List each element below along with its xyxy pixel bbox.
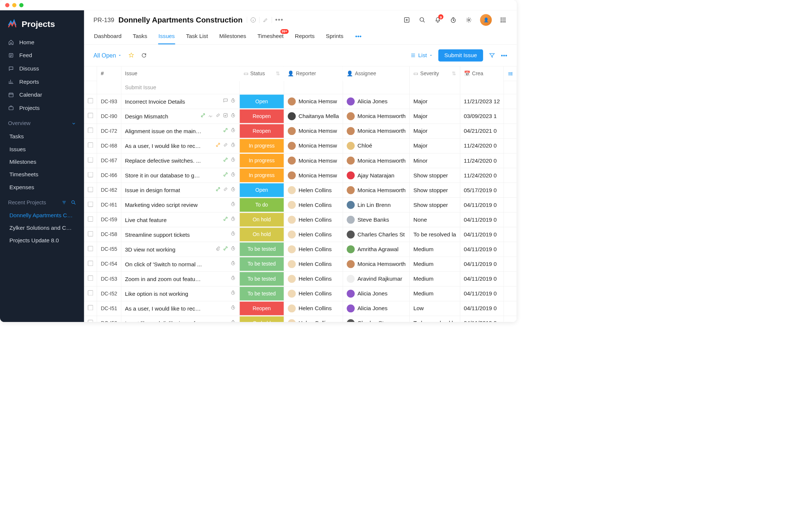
row-checkbox[interactable] xyxy=(88,143,93,148)
window-maximize[interactable] xyxy=(19,3,23,7)
issue-row[interactable]: DC-I54On click of 'Switch to normal ...T… xyxy=(84,257,517,271)
tab-milestones[interactable]: Milestones xyxy=(219,31,247,45)
row-checkbox[interactable] xyxy=(88,320,93,322)
reporter[interactable]: Helen Collins xyxy=(288,216,339,224)
tab-timesheet[interactable]: Timesheet99+ xyxy=(257,31,284,45)
assignee[interactable]: Charles Charles St xyxy=(347,231,406,239)
assignee[interactable]: Alicia Jones xyxy=(347,98,406,106)
col-settings[interactable] xyxy=(504,66,517,81)
issue-title[interactable]: As a user, I would like to receiv... xyxy=(125,305,202,312)
reporter[interactable]: Helen Collins xyxy=(288,186,339,194)
reporter[interactable]: Helen Collins xyxy=(288,246,339,254)
row-checkbox[interactable] xyxy=(88,202,93,207)
reporter[interactable]: Helen Collins xyxy=(288,305,339,313)
status-badge[interactable]: In progress xyxy=(240,139,283,153)
issue-title[interactable]: Design Mismatch xyxy=(125,113,168,120)
col-severity[interactable]: ▭Severity⇅ xyxy=(409,66,460,81)
issue-title[interactable]: Alignment issue on the main p... xyxy=(125,128,202,135)
nav-discuss[interactable]: Discuss xyxy=(0,62,84,75)
issue-row[interactable]: DC-I62Issue in design formatOpenHelen Co… xyxy=(84,183,517,198)
assignee[interactable]: Monica Hemsworth xyxy=(347,186,406,194)
status-badge[interactable]: Reopen xyxy=(240,302,283,315)
tab-tasks[interactable]: Tasks xyxy=(133,31,148,45)
issue-row[interactable]: DC-I93Incorrect Invoice DetailsOpenMonic… xyxy=(84,94,517,109)
issue-title[interactable]: Insert like and dislike icons for ... xyxy=(125,320,202,322)
issue-title[interactable]: On click of 'Switch to normal ... xyxy=(125,261,202,268)
assignee[interactable]: Charles Stones xyxy=(347,319,406,322)
row-checkbox[interactable] xyxy=(88,291,93,296)
assignee[interactable]: Amritha Agrawal xyxy=(347,246,406,254)
row-checkbox[interactable] xyxy=(88,305,93,311)
status-badge[interactable]: On hold xyxy=(240,316,283,322)
nav-reports[interactable]: Reports xyxy=(0,75,84,89)
tab-reports[interactable]: Reports xyxy=(295,31,315,45)
overview-item-tasks[interactable]: Tasks xyxy=(0,130,84,143)
status-badge[interactable]: On hold xyxy=(240,228,283,242)
row-checkbox[interactable] xyxy=(88,246,93,251)
status-badge[interactable]: Reopen xyxy=(240,110,283,123)
col-created[interactable]: 📅Crea xyxy=(460,66,504,81)
issue-row[interactable]: DC-I50Insert like and dislike icons for … xyxy=(84,316,517,322)
refresh-button[interactable] xyxy=(141,52,147,59)
col-status[interactable]: ▭Status⇅ xyxy=(240,66,284,81)
filter-button[interactable] xyxy=(489,52,495,59)
search-button[interactable] xyxy=(418,16,427,24)
issue-title[interactable]: Zoom in and zoom out features. xyxy=(125,276,202,283)
col-reporter[interactable]: 👤Reporter xyxy=(284,66,343,81)
issue-row[interactable]: DC-I72Alignment issue on the main p...Re… xyxy=(84,124,517,139)
issue-row[interactable]: DC-I58Streamline support ticketsOn holdH… xyxy=(84,227,517,242)
status-badge[interactable]: To be tested xyxy=(240,287,283,301)
issue-title[interactable]: Like option is not working xyxy=(125,291,188,297)
row-checkbox[interactable] xyxy=(88,128,93,133)
issue-title[interactable]: Store it in our database to gen... xyxy=(125,173,202,179)
assignee[interactable]: Alicia Jones xyxy=(347,290,406,298)
filter-icon[interactable] xyxy=(62,200,67,205)
status-badge[interactable]: In progress xyxy=(240,154,283,167)
reporter[interactable]: Chaitanya Mella xyxy=(288,112,339,121)
row-checkbox[interactable] xyxy=(88,187,93,192)
issue-row[interactable]: DC-I51As a user, I would like to receiv.… xyxy=(84,301,517,316)
row-checkbox[interactable] xyxy=(88,231,93,236)
assignee[interactable]: Monica Hemsworth xyxy=(347,260,406,268)
status-badge[interactable]: To be tested xyxy=(240,257,283,271)
assignee[interactable]: Steve Banks xyxy=(347,216,406,224)
recent-project-item[interactable]: Donnelly Apartments Cons xyxy=(0,209,84,221)
search-icon[interactable] xyxy=(71,200,76,205)
recent-project-item[interactable]: Zylker Solutions and Constr xyxy=(0,222,84,234)
apps-button[interactable] xyxy=(499,16,508,24)
assignee[interactable]: Ajay Natarajan xyxy=(347,171,406,180)
more-button[interactable]: ••• xyxy=(501,52,507,59)
window-minimize[interactable] xyxy=(12,3,16,7)
info-icon[interactable] xyxy=(250,17,256,22)
tab-sprints[interactable]: Sprints xyxy=(326,31,344,45)
row-checkbox[interactable] xyxy=(88,172,93,177)
issues-table-wrapper[interactable]: # Issue ▭Status⇅ 👤Reporter 👤Assignee ▭Se… xyxy=(84,66,517,322)
assignee[interactable]: Lin Lin Brenn xyxy=(347,201,406,209)
row-checkbox[interactable] xyxy=(88,261,93,266)
col-id[interactable]: # xyxy=(97,66,121,81)
status-badge[interactable]: Reopen xyxy=(240,124,283,138)
submit-issue-button[interactable]: Submit Issue xyxy=(438,49,483,62)
overview-item-timesheets[interactable]: Timesheets xyxy=(0,168,84,181)
reporter[interactable]: Monica Hemsw xyxy=(288,157,339,165)
status-badge[interactable]: To be tested xyxy=(240,272,283,286)
row-checkbox[interactable] xyxy=(88,113,93,118)
issue-row[interactable]: DC-I59Live chat featureOn holdHelen Coll… xyxy=(84,212,517,227)
reporter[interactable]: Helen Collins xyxy=(288,290,339,298)
assignee[interactable]: Chloé xyxy=(347,142,406,150)
nav-feed[interactable]: Feed xyxy=(0,49,84,62)
issue-title[interactable]: Marketing video script review xyxy=(125,202,197,209)
recent-project-item[interactable]: Projects Update 8.0 xyxy=(0,234,84,247)
issue-title[interactable]: Incorrect Invoice Details xyxy=(125,98,185,105)
status-badge[interactable]: In progress xyxy=(240,169,283,182)
issue-row[interactable]: DC-I553D view not workingTo be testedHel… xyxy=(84,242,517,257)
status-badge[interactable]: To do xyxy=(240,198,283,212)
issue-title[interactable]: 3D view not working xyxy=(125,246,175,253)
reporter[interactable]: Monica Hemsw xyxy=(288,142,339,150)
row-checkbox[interactable] xyxy=(88,98,93,104)
issue-row[interactable]: DC-I61Marketing video script reviewTo do… xyxy=(84,198,517,212)
nav-calendar[interactable]: Calendar xyxy=(0,88,84,101)
overview-item-issues[interactable]: Issues xyxy=(0,143,84,156)
row-checkbox[interactable] xyxy=(88,216,93,222)
issue-row[interactable]: DC-I66Store it in our database to gen...… xyxy=(84,168,517,183)
